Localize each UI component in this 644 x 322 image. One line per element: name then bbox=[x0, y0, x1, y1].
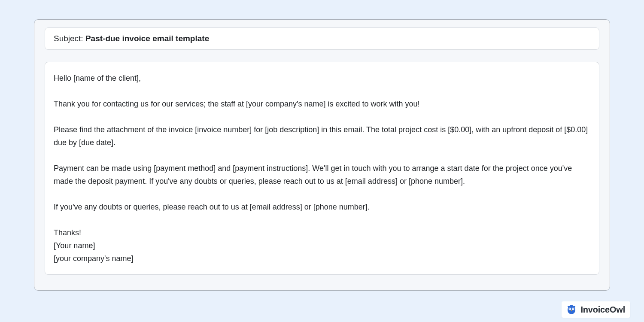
svg-point-2 bbox=[570, 308, 571, 309]
spacer bbox=[54, 110, 590, 123]
svg-point-3 bbox=[573, 308, 574, 309]
subject-row: Subject: Past-due invoice email template bbox=[45, 27, 599, 50]
paragraph-3: Payment can be made using [payment metho… bbox=[54, 162, 590, 188]
signature-name: [Your name] bbox=[54, 239, 590, 252]
spacer bbox=[54, 149, 590, 162]
spacer bbox=[54, 188, 590, 200]
paragraph-1: Thank you for contacting us for our serv… bbox=[54, 97, 590, 110]
thanks-line: Thanks! bbox=[54, 226, 590, 239]
email-template-card: Subject: Past-due invoice email template… bbox=[34, 19, 610, 291]
subject-value: Past-due invoice email template bbox=[85, 34, 209, 43]
spacer bbox=[54, 213, 590, 226]
brand-badge: InvoiceOwl bbox=[562, 301, 630, 318]
owl-icon bbox=[566, 304, 577, 315]
signature-company: [your company's name] bbox=[54, 252, 590, 265]
brand-name: InvoiceOwl bbox=[580, 305, 625, 315]
spacer bbox=[54, 85, 590, 97]
paragraph-4: If you've any doubts or queries, please … bbox=[54, 200, 590, 213]
paragraph-2: Please find the attachment of the invoic… bbox=[54, 123, 590, 149]
greeting-line: Hello [name of the client], bbox=[54, 72, 590, 85]
email-body: Hello [name of the client], Thank you fo… bbox=[45, 62, 599, 275]
subject-label: Subject: bbox=[54, 34, 85, 43]
